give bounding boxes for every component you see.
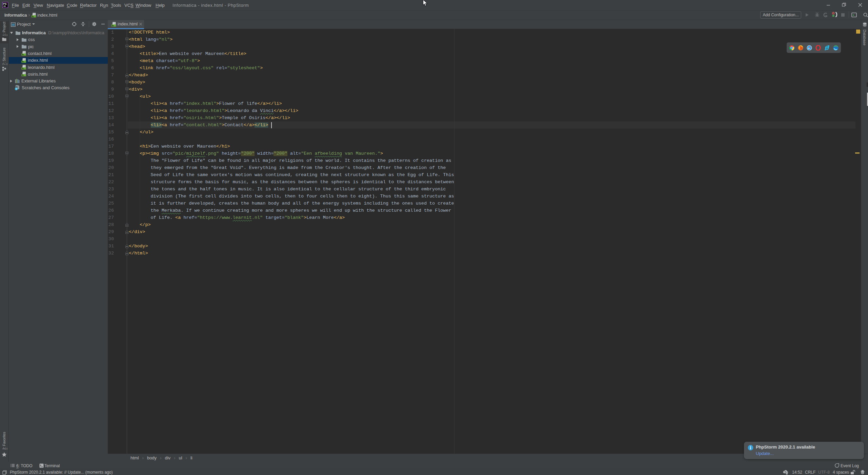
svg-text:H: H — [22, 54, 24, 56]
svg-text:H: H — [22, 60, 24, 63]
svg-text:H: H — [22, 74, 24, 76]
svg-text:H: H — [112, 24, 114, 27]
svg-text:H: H — [22, 67, 24, 70]
svg-text:H: H — [32, 15, 34, 18]
